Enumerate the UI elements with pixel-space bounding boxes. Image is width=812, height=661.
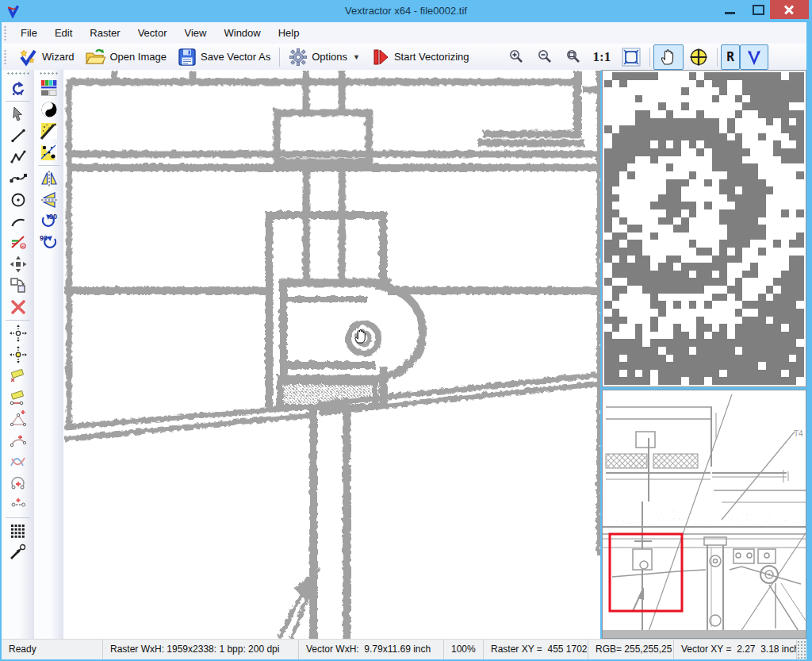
minimize-icon (725, 12, 735, 14)
raster-canvas[interactable] (63, 70, 600, 639)
resize-grip[interactable] (797, 640, 806, 659)
invert-icon (40, 100, 59, 119)
toolbar-separator (649, 48, 650, 67)
zoom-fit-button[interactable] (616, 44, 646, 70)
palette-tool[interactable] (38, 78, 60, 98)
draw-arc-icon (10, 213, 27, 230)
menu-item-edit[interactable]: Edit (46, 24, 81, 42)
zoom-1-1-icon: 1:1 (593, 49, 611, 65)
rotate-ccw-90-tool[interactable]: 90 (38, 233, 60, 253)
copy-object-tool[interactable] (7, 275, 29, 296)
menu-item-vector[interactable]: Vector (129, 24, 176, 42)
center-target-button[interactable] (684, 44, 714, 70)
menu-grip[interactable] (3, 25, 7, 41)
options-button[interactable]: Options▼ (283, 44, 366, 70)
start-vectorizing-icon (371, 48, 390, 67)
join-lines-tool[interactable] (7, 494, 29, 515)
zoom-in-icon (508, 48, 525, 66)
pick-point-tool[interactable] (7, 542, 29, 563)
invert-tool[interactable] (38, 99, 60, 120)
draw-line-icon (10, 127, 27, 144)
flip-horizontal-tool[interactable] (38, 168, 60, 189)
toolbar-grip[interactable] (3, 49, 7, 65)
chevron-down-icon[interactable]: ▼ (353, 53, 360, 61)
delete-tool[interactable] (7, 297, 29, 317)
remove-specks-tool[interactable] (38, 142, 60, 163)
erase-node-icon (9, 367, 28, 386)
undo-tool[interactable] (7, 78, 29, 98)
toolbar-separator (279, 48, 280, 67)
save-vector-as-button[interactable]: Save Vector As (172, 44, 276, 70)
palette-separator (6, 517, 30, 518)
palette-separator (38, 165, 59, 166)
draw-line-tool[interactable] (7, 125, 29, 146)
pixel-magnifier-panel (602, 70, 806, 387)
rotate-cw-90-tool[interactable]: 90 (38, 211, 60, 232)
status-bar: ReadyRaster WxH: 1959x2338: 1 bpp: 200 d… (2, 639, 806, 659)
wizard-button[interactable]: Wizard (12, 44, 79, 70)
zoom-window-button[interactable] (559, 44, 588, 70)
palette-grip[interactable] (6, 71, 29, 76)
trace-line-icon: e (9, 233, 28, 252)
menu-item-view[interactable]: View (176, 24, 216, 42)
rotate-cw-90-icon: 90 (39, 212, 59, 231)
wizard-icon (17, 48, 38, 67)
save-vector-as-label: Save Vector As (201, 51, 270, 63)
flip-vertical-tool[interactable] (38, 190, 60, 210)
status-rgb-value: RGB= 255,255,25 (588, 640, 674, 659)
edit-nodes-tool[interactable] (7, 168, 29, 189)
tool-palette-raster: 90 90 (34, 70, 63, 639)
overview-panel[interactable]: T4 (602, 390, 806, 639)
tool-palette-draw: e (2, 70, 34, 639)
vector-view-button[interactable] (740, 44, 768, 70)
status-raster-xy: Raster XY = 455 1702 (484, 640, 588, 659)
erase-segment-icon (9, 388, 28, 407)
menu-bar: FileEditRasterVectorViewWindowHelp (2, 22, 806, 44)
menu-item-file[interactable]: File (12, 24, 46, 42)
zoom-out-icon (536, 48, 553, 66)
erase-node-tool[interactable] (7, 366, 29, 386)
palette-grip[interactable] (39, 71, 59, 76)
flip-horizontal-icon (40, 169, 59, 188)
split-curve-tool[interactable] (7, 452, 29, 472)
draw-polyline-tool[interactable] (7, 147, 29, 167)
open-image-label: Open Image (109, 51, 167, 63)
start-vectorizing-label: Start Vectorizing (394, 51, 469, 63)
zoom-1-1-button[interactable]: 1:1 (588, 44, 617, 70)
center-target-icon (689, 48, 708, 67)
zoom-in-button[interactable] (502, 44, 530, 70)
minimize-button[interactable] (714, 0, 745, 19)
menu-item-help[interactable]: Help (270, 24, 308, 42)
move-point-tool[interactable] (7, 323, 29, 344)
select-tool[interactable] (7, 104, 29, 125)
draw-circle-tool[interactable] (7, 190, 29, 210)
pan-hand-button[interactable] (653, 44, 684, 70)
start-vectorizing-button[interactable]: Start Vectorizing (366, 44, 475, 70)
open-image-button[interactable]: Open Image (79, 44, 172, 70)
add-arc-point-icon (9, 431, 28, 450)
raster-view-button[interactable]: R (721, 44, 740, 70)
add-vertex-tool[interactable] (7, 409, 29, 429)
zoom-out-button[interactable] (530, 44, 559, 70)
erase-segment-tool[interactable] (7, 387, 29, 408)
undo-icon (9, 79, 28, 98)
overview-bottom-strip (603, 630, 806, 638)
trace-line-tool[interactable]: e (7, 233, 29, 253)
maximize-button[interactable] (745, 0, 771, 19)
despeckle-tool[interactable] (38, 121, 60, 141)
close-curve-tool[interactable] (7, 473, 29, 494)
add-arc-point-tool[interactable] (7, 430, 29, 451)
raster-drawing[interactable] (63, 70, 600, 639)
snap-point-tool[interactable] (7, 344, 29, 365)
move-object-tool[interactable] (7, 254, 29, 275)
menu-item-window[interactable]: Window (215, 24, 269, 42)
pixel-magnifier-view (604, 72, 804, 385)
palette-separator (6, 320, 30, 321)
overview-annotation: T4 (794, 429, 803, 438)
title-bar[interactable]: Vextractor x64 - file0002.tif (0, 0, 812, 22)
close-button[interactable] (770, 0, 809, 19)
raster-grid-tool[interactable] (7, 521, 29, 541)
close-curve-icon (9, 474, 28, 493)
draw-arc-tool[interactable] (7, 211, 29, 232)
menu-item-raster[interactable]: Raster (81, 24, 128, 42)
